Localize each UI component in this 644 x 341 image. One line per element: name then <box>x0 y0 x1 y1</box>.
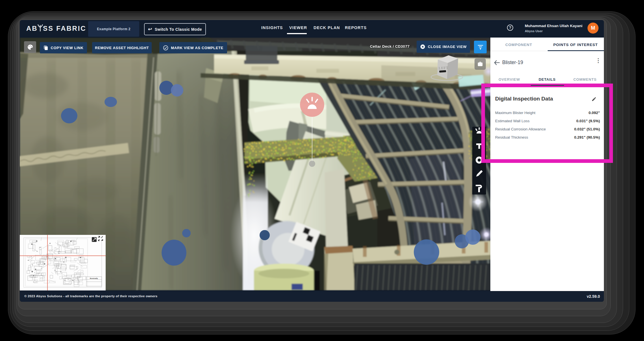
svg-text:LEFT: LEFT <box>438 65 449 70</box>
svg-text:Nominally: Nominally <box>90 277 98 279</box>
